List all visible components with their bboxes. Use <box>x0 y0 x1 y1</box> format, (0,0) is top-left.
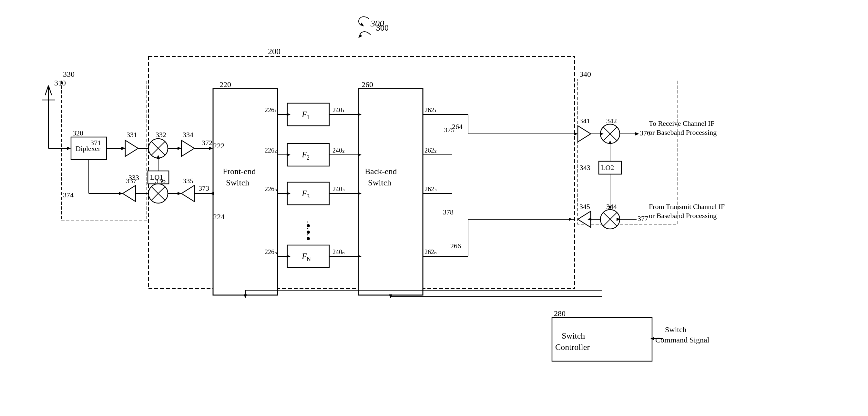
label-226-3: 226₃ <box>265 185 277 193</box>
label-260: 260 <box>362 80 373 89</box>
label-331: 331 <box>127 131 137 139</box>
label-226-1: 226₁ <box>265 106 277 113</box>
label-332: 332 <box>156 131 166 139</box>
label-373: 373 <box>198 184 209 192</box>
label-240-2: 240₂ <box>333 147 345 154</box>
label-to-receive-1: To Receive Channel IF <box>649 119 714 127</box>
label-330: 330 <box>63 70 74 78</box>
label-f2-sub: 2 <box>307 154 310 161</box>
label-240-3: 240₃ <box>333 185 345 193</box>
label-378: 378 <box>443 208 454 216</box>
label-342: 342 <box>606 117 617 125</box>
label-f3-sub: 3 <box>307 193 310 200</box>
label-337: 337 <box>126 177 136 185</box>
label-backend-switch: Back-end <box>365 167 397 176</box>
label-371: 371 <box>90 139 101 147</box>
dots-3: · <box>307 230 309 240</box>
label-340: 340 <box>580 70 591 78</box>
label-switch-controller-2: Controller <box>555 343 590 352</box>
label-375: 375 <box>444 126 455 134</box>
label-226-2: 226₂ <box>265 147 277 154</box>
label-switch: Switch <box>226 178 249 187</box>
label-switch-command-2: Command Signal <box>655 336 710 344</box>
label-220: 220 <box>219 80 231 89</box>
label-backend-switch2: Switch <box>368 178 391 187</box>
label-262-3: 262₃ <box>425 185 437 193</box>
label-from-transmit-2: or Baseband Processing <box>649 212 717 219</box>
label-lo2: LO2 <box>601 164 614 172</box>
label-262-n: 262ₙ <box>425 248 437 255</box>
label-345: 345 <box>580 203 590 211</box>
label-372: 372 <box>202 139 212 147</box>
label-frontend-switch: Front-end <box>223 167 256 176</box>
label-310: 310 <box>54 79 66 87</box>
label-344: 344 <box>606 203 617 211</box>
label-switch-command-1: Switch <box>665 325 687 334</box>
label-262-1: 262₁ <box>425 106 437 113</box>
label-280: 280 <box>554 309 565 318</box>
label-377: 377 <box>638 214 648 222</box>
label-374: 374 <box>63 191 73 199</box>
label-222: 222 <box>213 142 225 150</box>
diagram-container: 300 200 330 340 310 Diplexer 320 331 371… <box>0 0 868 416</box>
label-fn-sub: N <box>307 256 311 263</box>
label-320: 320 <box>73 129 83 137</box>
label-from-transmit-1: From Transmit Channel IF <box>649 203 725 211</box>
label-f1-sub: 1 <box>307 114 310 120</box>
label-200: 200 <box>268 47 280 56</box>
label-334: 334 <box>183 131 193 139</box>
svg-rect-34 <box>358 89 423 295</box>
label-341: 341 <box>580 117 590 125</box>
label-343: 343 <box>580 164 590 172</box>
label-to-receive-2: or Baseband Processing <box>649 128 717 136</box>
svg-rect-0 <box>0 0 868 416</box>
label-335: 335 <box>183 177 193 185</box>
label-226-n: 226ₙ <box>265 248 277 255</box>
label-fig-ref: 300 <box>370 19 384 28</box>
label-262-2: 262₂ <box>425 147 437 154</box>
main-svg: 300 200 330 340 310 Diplexer 320 331 371… <box>0 0 868 416</box>
label-336: 336 <box>155 177 165 185</box>
label-266: 266 <box>450 242 461 250</box>
label-240-1: 240₁ <box>333 106 345 113</box>
label-240-n: 240ₙ <box>333 248 345 255</box>
label-switch-controller-1: Switch <box>562 331 585 341</box>
label-224: 224 <box>213 212 225 221</box>
